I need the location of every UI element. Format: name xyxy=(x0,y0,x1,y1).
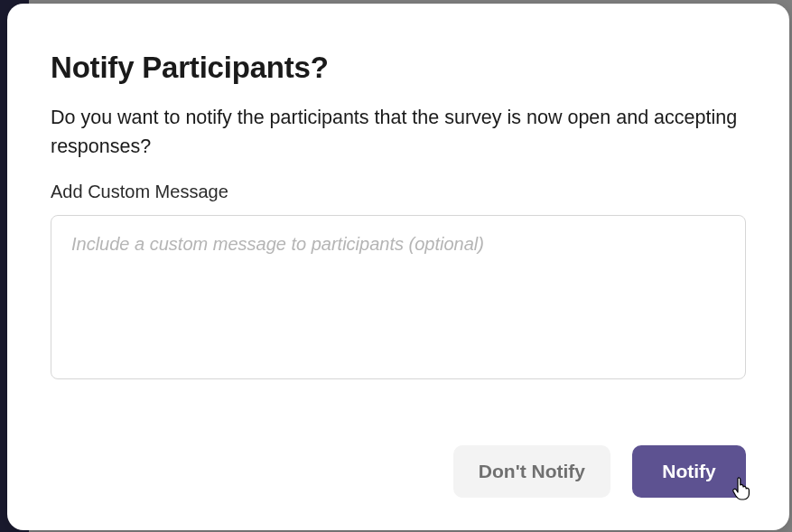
custom-message-label: Add Custom Message xyxy=(51,182,746,202)
notify-participants-modal: Notify Participants? Do you want to noti… xyxy=(7,4,789,530)
modal-button-row: Don't Notify Notify xyxy=(51,418,746,498)
notify-button[interactable]: Notify xyxy=(632,445,746,498)
custom-message-textarea[interactable] xyxy=(51,215,746,379)
modal-title: Notify Participants? xyxy=(51,51,746,85)
dont-notify-button[interactable]: Don't Notify xyxy=(453,445,610,498)
modal-description: Do you want to notify the participants t… xyxy=(51,103,746,162)
